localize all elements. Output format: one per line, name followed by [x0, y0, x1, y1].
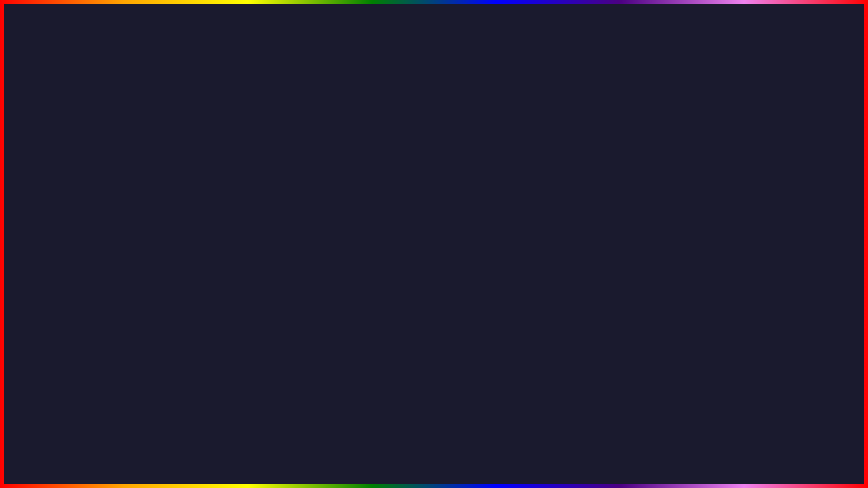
names-cb[interactable] [674, 406, 682, 414]
sidebar-combat-header: combat [21, 180, 277, 195]
kill-aura-range-label: Kill Aura Range: 0 [489, 148, 664, 158]
fake-floor-ros-row: Fake Floor [670, 293, 848, 304]
jumppower-none-badge: [None] [820, 150, 848, 160]
melee-header: Melee − [21, 75, 250, 96]
walkspeed-value-label: WalkSpeed Value [270, 155, 349, 165]
longer-parry-row: Longer Parry [489, 245, 664, 256]
jumppower-track[interactable] [270, 245, 459, 249]
jumppower-min-label: 16 [270, 250, 459, 258]
menu-blur-ros-row: Menu Blur [670, 304, 848, 315]
headless-button[interactable]: Headless [675, 350, 843, 363]
shorter-parry-row: Shorter Parry Cooldown [489, 235, 664, 245]
anti-stun-cb[interactable] [493, 333, 501, 341]
right-sep2 [665, 275, 854, 276]
anti-ragdoll-bw: Anti ragdoll [489, 288, 664, 299]
fly-bw-cb[interactable] [670, 337, 678, 345]
right-sep1 [665, 201, 854, 202]
auto-parry-v2-checkbox[interactable] [493, 182, 501, 190]
misc2-title: Misc [489, 382, 664, 396]
target-icon[interactable]: ◎ [5, 197, 21, 213]
menu-blur-cr-cb[interactable] [674, 243, 682, 251]
bw-right-col: Character Infinite stamina Walkspeed [No… [665, 101, 854, 459]
reach-row: Reach [21, 96, 250, 123]
hit-chance-bar [493, 175, 660, 178]
fly-checkbox[interactable] [443, 81, 456, 95]
panel-birdzware: birdzware Combat Warriors UI Settings Co… [488, 68, 854, 468]
infinite-jump-label: Infinite Jump [670, 174, 848, 183]
char-sep [670, 171, 848, 172]
walkspeed-current: 16 [270, 167, 279, 175]
kill-aura-bw-checkbox[interactable] [493, 138, 501, 146]
fly-none-badge: [None] [820, 336, 848, 346]
fake-floor-cr-row: Fake Floor [670, 230, 848, 241]
infinite-jump-bar [674, 193, 763, 196]
walkspeed-min-label: 16 [270, 182, 459, 189]
sidebar-custom-kill-aura: ■ Custom Kill Aura Distance Custom Dista… [21, 221, 277, 247]
bw-header: birdzware [489, 68, 854, 84]
died-tp-cb[interactable] [674, 325, 682, 333]
boneless-button[interactable]: Boneless [675, 366, 843, 380]
infinite-stamina-cb[interactable] [674, 119, 682, 127]
walkspeed-none-badge: [None] [820, 129, 848, 139]
sidebar-stomp-aura: ■ Stomp Aura Stomp Aura Distance 25 [21, 272, 277, 298]
anti-fall-cb[interactable] [493, 300, 501, 308]
anti-stun-row: Anti stun [489, 331, 664, 342]
walk-on-water-cb[interactable] [674, 221, 682, 229]
reach-checkbox[interactable] [226, 102, 239, 116]
anti-fall-row: Anti fall damage [489, 299, 664, 310]
panel-sidebar: combat ■ Kill Aura Kill Aura Distance 12… [20, 180, 278, 464]
walkspeed-max: 150 [446, 157, 459, 165]
shorter-parry-checkbox[interactable] [493, 236, 501, 244]
eye-icon[interactable]: ◉ [5, 294, 21, 310]
anti-ragdoll-bw-cb[interactable] [493, 289, 501, 298]
anti-drown-cb[interactable] [493, 322, 501, 330]
walkspeed-checkbox[interactable] [443, 131, 456, 145]
blur-text-overlay: a combat warriors hub (use this script i… [54, 41, 287, 49]
folder-icon[interactable]: ▭ [5, 392, 21, 408]
whitelist-friends-row: Whitelist Friends [489, 115, 664, 126]
tab-combat-warriors[interactable]: Combat Warriors [494, 87, 575, 98]
jumppower-bw-cb[interactable] [670, 151, 678, 159]
fake-floor-cr-cb[interactable] [674, 232, 682, 240]
auto-parry-checkbox[interactable] [493, 127, 501, 136]
jumppower-slider-container: 16 16 [262, 235, 467, 263]
river-of-sin-section: River Of Sin Fake Floor Menu Blur [665, 277, 854, 318]
melee-close-btn[interactable]: − [235, 79, 242, 92]
hit-sounds-row: Hit Sounds [489, 224, 664, 235]
remove-water-button[interactable]: Remove Water [675, 255, 843, 268]
jumppower-value-bw: JumpPower value: 0 [670, 161, 848, 170]
hit-sounds-checkbox[interactable] [493, 225, 501, 233]
cooldowns-title: Cooldown's [489, 346, 664, 360]
anti-utility-cb[interactable] [493, 311, 501, 319]
kill-aura-checkbox[interactable] [226, 129, 239, 143]
died-tp-row: Died TP [670, 324, 848, 335]
walkspeed-bw-cb[interactable] [670, 130, 678, 138]
reach-label: Reach [32, 104, 60, 115]
no-dash-cb[interactable] [493, 361, 501, 369]
whitelist-checkbox[interactable] [493, 117, 501, 125]
jumppower-row: JumpPower [262, 195, 467, 220]
auto-parry-v2-range: Auto Parry V2 Range: 0 [489, 192, 664, 202]
panel-movement: Movement Fly Anti-Ragdoll WalkSpeed Walk… [261, 58, 468, 356]
removals-title: Removals [489, 260, 664, 274]
misc-section-title: Misc [489, 209, 664, 224]
menu-icon[interactable]: ≡ [5, 343, 21, 359]
walkspeed-track[interactable] [270, 176, 459, 180]
right-sep4 [665, 386, 854, 387]
anti-ragdoll-checkbox[interactable] [443, 106, 456, 120]
fake-floor-ros-cb[interactable] [674, 295, 682, 303]
walkspeed-row: WalkSpeed [262, 126, 467, 151]
longer-parry-checkbox[interactable] [493, 247, 501, 255]
no-jump-cb[interactable] [493, 372, 501, 380]
anti-utility-row: Anti utility damage [489, 310, 664, 321]
kill-aura-label: Kill Aura [32, 131, 83, 142]
anti-drown-row: Anti drown [489, 321, 664, 331]
jumppower-checkbox[interactable] [443, 200, 456, 214]
menu-blur-ros-cb[interactable] [674, 306, 682, 314]
panel-melee: Melee − Reach Kill Aura [20, 75, 251, 186]
circle-icon[interactable]: ○ [5, 245, 21, 262]
walk-on-water-row: Walk On Water [670, 220, 848, 230]
tab-ui-settings[interactable]: UI Settings [580, 87, 644, 98]
character-section: Character Infinite stamina Walkspeed [No… [665, 101, 854, 200]
auto-parry-v2-row: Auto Parry V2 [489, 181, 664, 192]
